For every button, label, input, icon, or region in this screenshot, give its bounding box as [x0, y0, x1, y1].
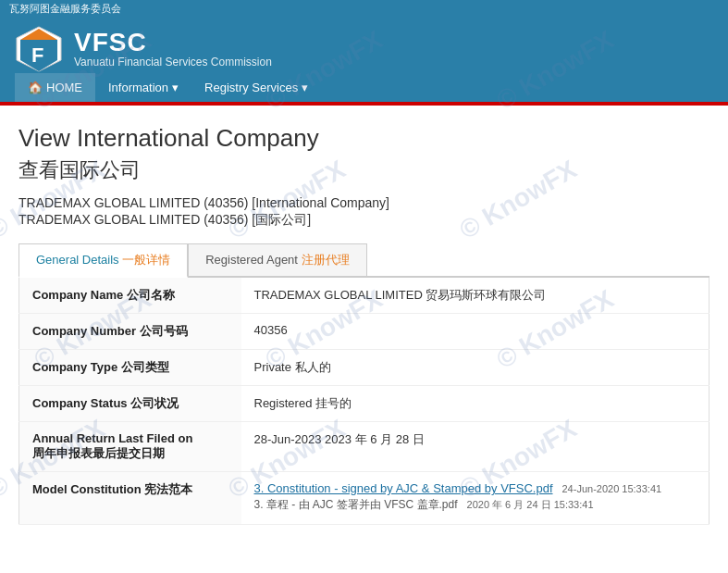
field-label-company-type: Company Type 公司类型 [19, 350, 241, 386]
nav-information-link[interactable]: Information ▾ [95, 73, 191, 102]
svg-text:F: F [31, 44, 43, 67]
nav-item-home[interactable]: 🏠 HOME [15, 73, 95, 102]
field-label-company-name: Company Name 公司名称 [19, 278, 241, 314]
constitution-file-link[interactable]: 3. Constitution - signed by AJC & Stampe… [254, 481, 553, 495]
chevron-down-icon: ▾ [172, 81, 179, 94]
label-en: Company Type [32, 360, 121, 374]
chevron-down-icon-2: ▾ [302, 81, 308, 94]
label-zh: 公司类型 [121, 360, 169, 374]
nav-registry-label: Registry Services [204, 81, 298, 94]
tab-agent-label-zh: 注册代理 [302, 253, 350, 267]
table-row: Company Number 公司号码 40356 [19, 314, 709, 350]
field-value-annual-return: 28-Jun-2023 2023 年 6 月 28 日 [241, 422, 709, 472]
nav-information-label: Information [108, 81, 168, 94]
field-value-company-status: Registered 挂号的 [241, 386, 709, 422]
field-value-constitution: 3. Constitution - signed by AJC & Stampe… [241, 472, 709, 525]
company-number-value: 40356 [254, 323, 288, 337]
label-zh: 宪法范本 [144, 482, 192, 496]
field-value-company-type: Private 私人的 [241, 350, 709, 386]
company-ref-zh: TRADEMAX GLOBAL LIMITED (40356) [国际公司] [19, 212, 709, 229]
home-icon: 🏠 [28, 81, 43, 94]
tab-general-label-en: General Details [36, 253, 122, 267]
label-zh: 公司号码 [140, 324, 188, 338]
top-bar-text: 瓦努阿图金融服务委员会 [9, 3, 121, 14]
page-title-en: View International Company [19, 124, 709, 153]
tab-general-details[interactable]: General Details 一般详情 [19, 243, 188, 278]
field-value-company-name: TRADEMAX GLOBAL LIMITED 贸易玛斯环球有限公司 [241, 278, 709, 314]
table-row: Company Type 公司类型 Private 私人的 [19, 350, 709, 386]
label-zh: 公司名称 [127, 288, 175, 302]
field-label-constitution: Model Constitution 宪法范本 [19, 472, 241, 525]
page-title-zh: 查看国际公司 [19, 156, 709, 184]
constitution-timestamp: 24-Jun-2020 15:33:41 [562, 483, 662, 494]
company-status-value: Registered 挂号的 [254, 396, 352, 410]
constitution-zh-text: 3. 章程 - 由 AJC 签署并由 VFSC 盖章.pdf [254, 497, 458, 513]
field-label-company-number: Company Number 公司号码 [19, 314, 241, 350]
label-en: Company Status [32, 396, 130, 410]
nav-bar: 🏠 HOME Information ▾ Registry Services ▾ [0, 73, 728, 102]
logo-text-area: VFSC Vanuatu Financial Services Commissi… [74, 30, 272, 69]
table-row: Company Status 公司状况 Registered 挂号的 [19, 386, 709, 422]
company-type-value: Private 私人的 [254, 360, 331, 374]
label-en: Annual Return Last Filed on [32, 431, 192, 445]
annual-return-value: 28-Jun-2023 2023 年 6 月 28 日 [254, 432, 425, 446]
field-value-company-number: 40356 [241, 314, 709, 350]
nav-registry-link[interactable]: Registry Services ▾ [191, 73, 321, 102]
table-row: Annual Return Last Filed on周年申报表最后提交日期 2… [19, 422, 709, 472]
tab-registered-agent[interactable]: Registered Agent 注册代理 [188, 243, 366, 276]
table-row: Company Name 公司名称 TRADEMAX GLOBAL LIMITE… [19, 278, 709, 314]
nav-home-link[interactable]: 🏠 HOME [15, 73, 95, 102]
label-en: Company Name [32, 288, 127, 302]
field-label-annual-return: Annual Return Last Filed on周年申报表最后提交日期 [19, 422, 241, 472]
logo-subtitle: Vanuatu Financial Services Commission [74, 56, 272, 69]
nav-home-label: HOME [46, 81, 82, 94]
tab-agent-label-en: Registered Agent [205, 253, 301, 267]
field-label-company-status: Company Status 公司状况 [19, 386, 241, 422]
company-name-value: TRADEMAX GLOBAL LIMITED 贸易玛斯环球有限公司 [254, 288, 547, 302]
table-row: Model Constitution 宪法范本 3. Constitution … [19, 472, 709, 525]
nav-item-registry[interactable]: Registry Services ▾ [191, 73, 321, 102]
tab-general-label-zh: 一般详情 [122, 253, 170, 267]
file-row-1: 3. Constitution - signed by AJC & Stampe… [254, 481, 697, 495]
tabs: General Details 一般详情 Registered Agent 注册… [19, 243, 709, 278]
company-ref-en: TRADEMAX GLOBAL LIMITED (40356) [Interna… [19, 195, 709, 210]
header: F VFSC Vanuatu Financial Services Commis… [0, 18, 728, 73]
label-zh: 公司状况 [130, 396, 179, 410]
nav-item-information[interactable]: Information ▾ [95, 73, 191, 102]
logo-icon: F [15, 25, 63, 73]
logo-title: VFSC [74, 30, 272, 56]
label-zh: 周年申报表最后提交日期 [32, 446, 165, 460]
logo-area: F VFSC Vanuatu Financial Services Commis… [15, 25, 272, 73]
label-en: Company Number [32, 324, 140, 338]
file-row-2: 3. 章程 - 由 AJC 签署并由 VFSC 盖章.pdf 2020 年 6 … [254, 497, 697, 513]
label-en: Model Constitution [32, 482, 144, 496]
top-bar: 瓦努阿图金融服务委员会 [0, 0, 728, 18]
main-content: View International Company 查看国际公司 TRADEM… [0, 106, 728, 543]
constitution-zh-timestamp: 2020 年 6 月 24 日 15:33:41 [467, 498, 594, 512]
details-table: Company Name 公司名称 TRADEMAX GLOBAL LIMITE… [19, 278, 709, 525]
